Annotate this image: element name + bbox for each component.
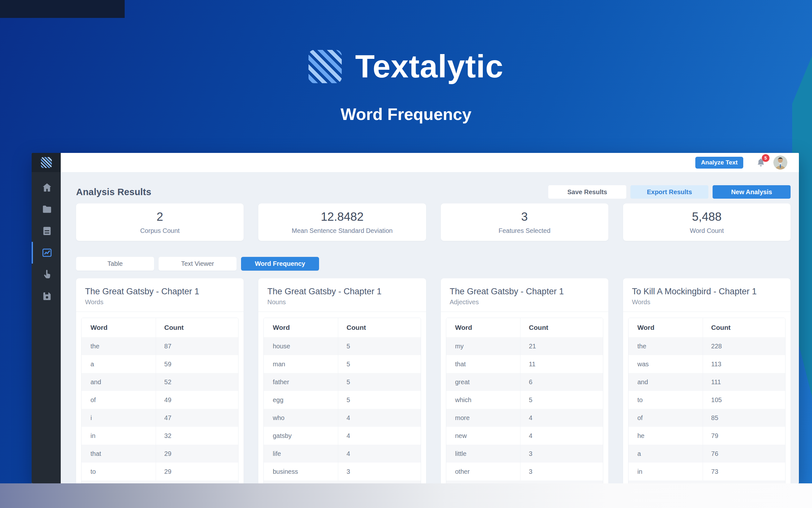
word-cell: that <box>446 355 521 373</box>
count-cell: 4 <box>338 414 420 422</box>
count-cell: 5 <box>338 361 420 368</box>
export-results-button[interactable]: Export Results <box>630 185 708 199</box>
word-cell: new <box>446 427 521 444</box>
word-cell: he <box>628 427 703 444</box>
count-cell: 47 <box>156 414 238 422</box>
table-row-partial <box>264 480 420 483</box>
sidebar-item-home[interactable] <box>32 177 61 198</box>
table-row: he79 <box>628 427 785 444</box>
word-cell: egg <box>264 391 338 409</box>
table-row: other3 <box>446 463 603 480</box>
word-cell: to <box>82 463 156 480</box>
table-body: the87a59and52of49i47in32that29to29 <box>82 337 238 483</box>
frequency-card-header: To Kill A Mockingbird - Chapter 1 Words <box>623 278 791 312</box>
word-cell: and <box>82 373 156 391</box>
notification-badge: 5 <box>762 154 769 162</box>
user-avatar[interactable] <box>773 156 787 170</box>
sidebar-item-saved[interactable] <box>32 285 61 307</box>
table-row: more4 <box>446 409 603 427</box>
decor-navy-corner <box>0 0 125 18</box>
tab-word-frequency[interactable]: Word Frequency <box>241 257 319 271</box>
frequency-card-title: The Great Gatsby - Chapter 1 <box>450 286 600 297</box>
frequency-card-header: The Great Gatsby - Chapter 1 Adjectives <box>441 278 608 312</box>
avatar-image <box>773 156 787 170</box>
table-row: i47 <box>82 409 238 427</box>
table-row: new4 <box>446 427 603 444</box>
frequency-card-header: The Great Gatsby - Chapter 1 Nouns <box>258 278 426 312</box>
table-row: father5 <box>264 373 420 391</box>
table-row: and111 <box>628 373 785 391</box>
sidebar-item-analysis[interactable] <box>32 242 61 264</box>
frequency-card-title: The Great Gatsby - Chapter 1 <box>85 286 235 297</box>
frequency-card-header: The Great Gatsby - Chapter 1 Words <box>76 278 244 312</box>
word-cell: in <box>82 427 156 444</box>
count-cell: 49 <box>156 396 238 404</box>
table-row: that11 <box>446 355 603 373</box>
frequency-table: Word Count my21that11great6which5more4ne… <box>446 318 603 483</box>
save-results-button[interactable]: Save Results <box>548 185 626 199</box>
word-cell: business <box>264 463 338 480</box>
word-cell: who <box>264 409 338 427</box>
frequency-table: Word Count house5man5father5egg5who4gats… <box>264 318 421 483</box>
frequency-table: Word Count the87a59and52of49i47in32that2… <box>81 318 238 483</box>
table-row: and52 <box>82 373 238 391</box>
tab-table[interactable]: Table <box>76 257 154 271</box>
word-cell: of <box>82 391 156 409</box>
count-cell: 5 <box>338 343 420 350</box>
stat-value: 5,488 <box>692 210 722 224</box>
count-cell: 11 <box>520 361 603 368</box>
count-cell: 3 <box>520 468 603 475</box>
column-header-count: Count <box>156 324 238 331</box>
stat-value: 12.8482 <box>321 210 364 224</box>
app-window: Analyze Text 5 <box>32 153 799 483</box>
frequency-card: The Great Gatsby - Chapter 1 Words Word … <box>76 278 244 483</box>
word-cell: in <box>628 463 703 480</box>
word-cell: a <box>82 355 156 373</box>
table-header-row: Word Count <box>628 318 785 337</box>
table-row: was113 <box>628 355 785 373</box>
table-header-row: Word Count <box>264 318 420 337</box>
content-header: Analysis Results Save Results Export Res… <box>76 185 791 199</box>
count-cell: 4 <box>338 432 420 439</box>
count-cell: 6 <box>520 378 603 386</box>
book-icon <box>42 225 52 237</box>
count-cell: 5 <box>338 396 420 404</box>
table-body: my21that11great6which5more4new4little3ot… <box>446 337 603 483</box>
table-row-partial <box>628 480 785 483</box>
word-cell: gatsby <box>264 427 338 444</box>
column-header-word: Word <box>628 318 703 337</box>
word-cell: of <box>628 409 703 427</box>
table-row: to29 <box>82 463 238 480</box>
table-body: the228was113and111to105of85he79a76in73 <box>628 337 785 483</box>
new-analysis-button[interactable]: New Analysis <box>713 185 791 199</box>
count-cell: 52 <box>156 378 238 386</box>
table-body: house5man5father5egg5who4gatsby4life4bus… <box>264 337 420 483</box>
frequency-card-title: The Great Gatsby - Chapter 1 <box>267 286 417 297</box>
table-row: who4 <box>264 409 420 427</box>
brand-title: Textalytic <box>355 48 504 85</box>
sidebar-item-library[interactable] <box>32 220 61 242</box>
view-tabs: Table Text Viewer Word Frequency <box>76 257 791 271</box>
notifications-button[interactable]: 5 <box>756 157 766 168</box>
sidebar <box>32 153 61 483</box>
count-cell: 29 <box>156 468 238 475</box>
count-cell: 21 <box>520 343 603 350</box>
word-cell: i <box>82 409 156 427</box>
word-cell: was <box>628 355 703 373</box>
stat-card-features-selected: 3 Features Selected <box>441 204 608 241</box>
sidebar-item-files[interactable] <box>32 198 61 220</box>
textalytic-logo-icon <box>41 157 52 168</box>
stat-label: Features Selected <box>498 227 550 235</box>
count-cell: 76 <box>703 450 785 458</box>
analyze-text-button[interactable]: Analyze Text <box>695 157 743 169</box>
tab-text-viewer[interactable]: Text Viewer <box>158 257 237 271</box>
table-row: which5 <box>446 391 603 409</box>
word-cell: my <box>446 337 521 355</box>
table-row: my21 <box>446 337 603 355</box>
sidebar-logo[interactable] <box>32 153 61 172</box>
count-cell: 111 <box>703 378 785 386</box>
sidebar-item-select[interactable] <box>32 264 61 285</box>
table-row: in32 <box>82 427 238 444</box>
count-cell: 4 <box>338 450 420 458</box>
action-buttons: Save Results Export Results New Analysis <box>548 185 791 199</box>
